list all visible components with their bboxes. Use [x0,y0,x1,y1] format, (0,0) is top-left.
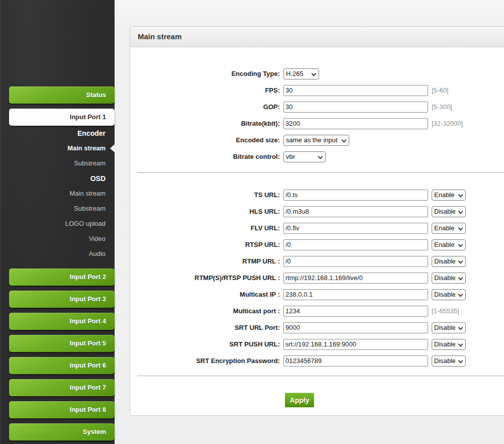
flv-url-label: FLV URL: [130,224,283,232]
submenu-item-main-stream[interactable]: Main stream [0,186,106,201]
rtmp-url-label: RTMP URL : [130,257,283,265]
panel-content: Encoding Type:H.265FPS:[5-60]GOP:[5-300]… [130,47,504,407]
form-row-multicast-ip: Multicast IP :Disable [130,286,504,303]
flv-url-input[interactable] [283,223,428,234]
form-row-fps: FPS:[5-60] [130,82,504,99]
srt-url-port-state-select-wrapper: Disable [428,322,466,333]
bitrate-kbit-range-hint: [32-32000] [432,120,463,127]
form-row-rtmp-url: RTMP URL :Disable [130,253,504,270]
form-row-encoded-size: Encoded size:same as the input [130,132,504,148]
sidebar-item-status[interactable]: Status [9,86,115,104]
rtmp-url-state-select[interactable]: Disable [432,256,466,267]
submenu-item-audio[interactable]: Audio [0,246,106,261]
sidebar-item-input-port-1[interactable]: Input Port 1 [9,109,115,126]
form-row-bitrate-control: Bitrate control:vbr [130,148,504,165]
hls-url-input[interactable] [283,206,428,217]
bitrate-control-select[interactable]: vbr [283,151,326,162]
bitrate-kbit-label: Bitrate(kbit): [130,120,283,127]
encoded-size-label: Encoded size: [130,136,283,144]
multicast-port-input[interactable] [283,306,428,317]
bitrate-kbit-input[interactable] [283,118,428,129]
hls-url-state-select[interactable]: Disable [432,206,466,217]
multicast-port-label: Multicast port : [130,307,283,315]
srt-url-port-state-select[interactable]: Disable [432,322,466,333]
form-row-srt-url-port: SRT URL Port:Disable [130,319,504,336]
submenu-item-substream[interactable]: Substream [0,201,106,216]
encoded-size-select-wrapper: same as the input [283,135,349,146]
sidebar-item-input-port-5[interactable]: Input Port 5 [9,335,115,352]
form-row-encoding-type: Encoding Type:H.265 [130,65,504,82]
gop-input[interactable] [283,102,428,113]
multicast-port-range-hint: [1-65535] [432,307,459,315]
fps-range-hint: [5-60] [432,86,448,94]
sidebar-item-input-port-7[interactable]: Input Port 7 [9,379,115,396]
sidebar-item-input-port-8[interactable]: Input Port 8 [9,401,115,418]
encoding-type-select-wrapper: H.265 [283,68,319,79]
srt-push-url-label: SRT PUSH URL: [130,340,283,348]
rtsp-url-state-select-wrapper: Enable [428,239,466,250]
hls-url-label: HLS URL: [130,208,283,215]
srt-encryption-password-state-select[interactable]: Disable [432,356,466,367]
srt-encryption-password-state-select-wrapper: Disable [428,356,466,367]
rtmp-s-rtsp-push-url-label: RTMP(S)/RTSP PUSH URL : [130,274,283,282]
submenu-item-main-stream[interactable]: Main stream [0,141,106,156]
sidebar-item-input-port-2[interactable]: Input Port 2 [9,269,115,286]
sidebar-item-input-port-6[interactable]: Input Port 6 [9,357,115,374]
sidebar-item-input-port-4[interactable]: Input Port 4 [9,313,115,330]
rtmp-s-rtsp-push-url-input[interactable] [283,273,428,284]
srt-encryption-password-input[interactable] [283,356,428,367]
rtsp-url-label: RTSP URL: [130,241,283,248]
gop-label: GOP: [130,103,283,111]
submenu-item-video[interactable]: Video [0,231,106,246]
ts-url-state-select-wrapper: Enable [428,190,466,201]
submenu-item-substream[interactable]: Substream [0,156,106,171]
ts-url-input[interactable] [283,190,428,201]
srt-push-url-state-select[interactable]: Disable [432,339,466,350]
encoded-size-select[interactable]: same as the input [283,135,349,146]
form-row-ts-url: TS URL:Enable [130,187,504,203]
form-row-srt-push-url: SRT PUSH URL:Disable [130,336,504,352]
fps-input[interactable] [283,85,428,96]
rtmp-url-state-select-wrapper: Disable [428,256,466,267]
submenu-item-osd: OSD [0,171,106,186]
section-divider [137,172,504,173]
form-row-srt-encryption-password: SRT Encryption Password:Disable [130,352,504,369]
form-row-flv-url: FLV URL:Enable [130,220,504,236]
panel-title: Main stream [130,27,504,47]
apply-row: Apply [285,393,504,407]
ts-url-state-select[interactable]: Enable [432,190,466,201]
stream-url-section: TS URL:EnableHLS URL:DisableFLV URL:Enab… [130,187,504,369]
apply-button[interactable]: Apply [285,393,314,407]
bitrate-control-select-wrapper: vbr [283,151,326,162]
rtmp-s-rtsp-push-url-state-select-wrapper: Disable [428,273,466,284]
sidebar: StatusInput Port 1EncoderMain streamSubs… [0,0,115,444]
rtsp-url-state-select[interactable]: Enable [432,239,466,250]
srt-url-port-label: SRT URL Port: [130,324,283,331]
form-row-rtmp-s-rtsp-push-url: RTMP(S)/RTSP PUSH URL :Disable [130,270,504,286]
form-row-bitrate-kbit: Bitrate(kbit):[32-32000] [130,115,504,132]
flv-url-state-select[interactable]: Enable [432,223,466,234]
sidebar-item-system[interactable]: System [9,423,115,440]
encoder-settings-section: Encoding Type:H.265FPS:[5-60]GOP:[5-300]… [130,65,504,165]
fps-label: FPS: [130,86,283,94]
srt-push-url-state-select-wrapper: Disable [428,339,466,350]
form-row-multicast-port: Multicast port :[1-65535] [130,303,504,319]
srt-url-port-input[interactable] [283,322,428,333]
form-row-rtsp-url: RTSP URL:Enable [130,236,504,253]
rtmp-url-input[interactable] [283,256,428,267]
sidebar-item-input-port-3[interactable]: Input Port 3 [9,291,115,308]
rtmp-s-rtsp-push-url-state-select[interactable]: Disable [432,273,466,284]
gop-range-hint: [5-300] [432,103,452,111]
ts-url-label: TS URL: [130,191,283,199]
encoding-type-label: Encoding Type: [130,70,283,77]
multicast-ip-state-select[interactable]: Disable [432,289,466,300]
form-row-gop: GOP:[5-300] [130,99,504,115]
multicast-ip-label: Multicast IP : [130,291,283,298]
multicast-ip-input[interactable] [283,289,428,300]
submenu-item-logo-upload[interactable]: LOGO upload [0,216,106,231]
rtsp-url-input[interactable] [283,239,428,250]
submenu-item-encoder: Encoder [0,126,106,141]
encoding-type-select[interactable]: H.265 [283,68,319,79]
flv-url-state-select-wrapper: Enable [428,223,466,234]
srt-push-url-input[interactable] [283,339,428,350]
